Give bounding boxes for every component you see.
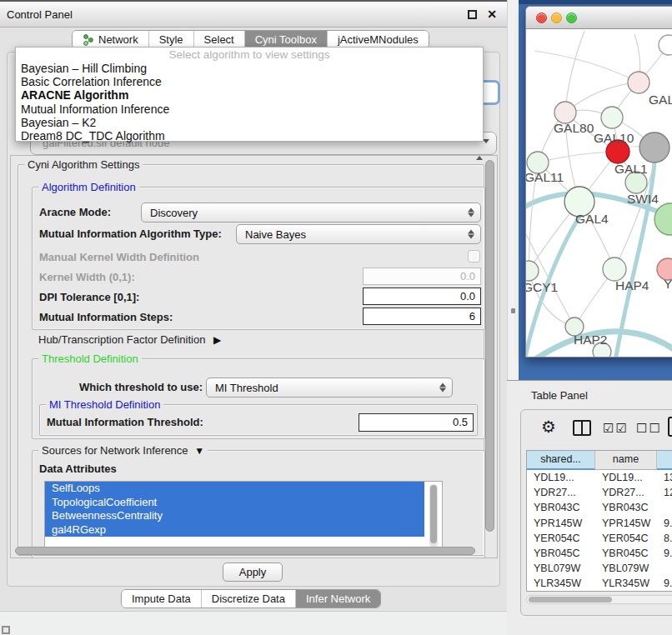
node-label: GAL11 xyxy=(526,170,564,184)
tab-impute-data[interactable]: Impute Data xyxy=(122,590,202,608)
algorithm-option[interactable]: Bayesian – K2 xyxy=(16,116,483,129)
table-row[interactable]: YDL19...YDL19...13 xyxy=(527,470,672,485)
which-threshold-value: MI Threshold xyxy=(215,382,278,394)
table-hscroll-thumb[interactable] xyxy=(529,597,612,602)
node-label: GAL4 xyxy=(575,212,609,226)
node-gal10[interactable] xyxy=(601,107,623,128)
mi-threshold-field[interactable]: 0.5 xyxy=(359,413,474,432)
node-attribute-table: shared...name YDL19...YDL19...13YDR27...… xyxy=(526,450,672,592)
zoom-traffic-light-icon[interactable] xyxy=(566,12,577,23)
network-edge[interactable] xyxy=(534,51,639,82)
close-icon[interactable]: ✕ xyxy=(487,8,497,21)
table-panel-section: Table Panel ⚙ ☑☑ ☐☐ shared...name YDL19.… xyxy=(507,380,672,635)
tab-select[interactable]: Select xyxy=(194,31,245,48)
aracne-mode-combobox[interactable]: Discovery xyxy=(141,202,481,222)
splitpane-divider[interactable] xyxy=(507,0,519,380)
table-row[interactable]: YPR145WYPR145W9. xyxy=(527,516,672,531)
table-settings-gear-icon[interactable]: ⚙ xyxy=(541,417,556,437)
node-gray[interactable] xyxy=(639,132,669,162)
table-cell: YLR345W xyxy=(527,576,595,591)
network-edge[interactable] xyxy=(565,82,639,112)
algorithm-option[interactable]: Dream8 DC_TDC Algorithm xyxy=(16,129,483,142)
node-green-right[interactable] xyxy=(654,203,672,235)
table-cell: YBL079W xyxy=(595,561,657,576)
node-gal7[interactable] xyxy=(628,72,649,93)
mi-type-value: Naive Bayes xyxy=(245,228,306,241)
settings-scrollpane: Cyni Algorithm Settings Algorithm Defini… xyxy=(10,155,498,558)
manual-kernel-checkbox[interactable] xyxy=(468,250,480,262)
hub-definition-expander[interactable]: Hub/Transcription Factor Definition ▶ xyxy=(38,333,221,346)
window-grip-icon[interactable] xyxy=(2,626,10,634)
node-gcy1[interactable] xyxy=(526,261,539,281)
mi-threshold-title: MI Threshold Definition xyxy=(46,398,163,411)
column-split-icon[interactable] xyxy=(573,420,591,436)
dpi-tolerance-field[interactable]: 0.0 xyxy=(363,288,481,305)
mi-type-combobox[interactable]: Naive Bayes xyxy=(236,224,481,244)
network-window-titlebar[interactable] xyxy=(526,7,672,29)
list-scrollbar-thumb[interactable] xyxy=(430,485,437,543)
node-hap4[interactable] xyxy=(603,258,626,281)
minimize-traffic-light-icon[interactable] xyxy=(551,12,562,23)
table-column-header[interactable] xyxy=(657,451,672,470)
network-window[interactable]: GAL7GAL80GAL10GAL1GAL11SWI4GAL4GCY1HAP4Y… xyxy=(525,6,672,358)
tab-jactivemnodules-label: jActiveMNodules xyxy=(338,33,419,46)
tab-jactivemnodules[interactable]: jActiveMNodules xyxy=(328,31,429,48)
data-attributes-list[interactable]: SelfLoopsTopologicalCoefficientBetweenne… xyxy=(44,481,443,551)
table-rows: YDL19...YDL19...13YDR27...YDR27...12YBR0… xyxy=(527,470,672,592)
tab-discretize-data[interactable]: Discretize Data xyxy=(202,590,296,608)
attribute-list-item[interactable]: gal4RGexp xyxy=(45,523,424,538)
close-traffic-light-icon[interactable] xyxy=(536,12,547,23)
node-partial-top[interactable] xyxy=(659,35,672,55)
cyni-algorithm-settings-title: Cyni Algorithm Settings xyxy=(24,158,143,171)
attribute-list-item[interactable]: TopologicalCoefficient xyxy=(45,496,424,510)
table-row[interactable]: YER054CYER054C8. xyxy=(527,531,672,546)
mi-steps-label: Mutual Information Steps: xyxy=(39,311,173,323)
apply-button[interactable]: Apply xyxy=(223,562,283,582)
divider-grip-icon xyxy=(511,308,515,313)
tab-select-label: Select xyxy=(204,33,234,46)
kernel-width-field[interactable]: 0.0 xyxy=(363,268,481,285)
deselect-all-columns-icon[interactable]: ☐☐ xyxy=(636,421,662,436)
algorithm-option[interactable]: Basic Correlation Inference xyxy=(16,75,483,88)
network-graph-canvas[interactable]: GAL7GAL80GAL10GAL1GAL11SWI4GAL4GCY1HAP4Y… xyxy=(526,29,672,358)
attribute-list-item[interactable]: BetweennessCentrality xyxy=(45,509,424,523)
tab-style[interactable]: Style xyxy=(149,31,194,48)
table-cell: YBR045C xyxy=(595,546,657,561)
float-window-icon[interactable] xyxy=(468,10,477,19)
tab-impute-data-label: Impute Data xyxy=(132,592,191,605)
mi-steps-field[interactable]: 6 xyxy=(363,308,481,325)
sources-title-label: Sources for Network Inference xyxy=(42,444,188,457)
attribute-list-item[interactable]: SelfLoops xyxy=(45,482,424,496)
algorithm-option-selected[interactable]: ARACNE Algorithm xyxy=(16,88,483,102)
tab-network[interactable]: Network xyxy=(73,31,149,48)
tab-style-label: Style xyxy=(159,33,183,46)
table-row[interactable]: YBL079WYBL079W xyxy=(527,561,672,576)
sources-title[interactable]: Sources for Network Inference ▼ xyxy=(38,444,208,457)
which-threshold-combobox[interactable]: MI Threshold xyxy=(206,378,453,398)
settings-horizontal-scrollbar[interactable] xyxy=(13,546,485,556)
table-column-header[interactable]: shared... xyxy=(527,451,595,470)
cyni-algorithm-settings-group: Cyni Algorithm Settings Algorithm Defini… xyxy=(18,164,484,556)
algorithm-option[interactable]: Mutual Information Inference xyxy=(16,102,483,116)
new-column-icon[interactable] xyxy=(668,417,672,437)
table-row[interactable]: YBR043CYBR043C xyxy=(527,500,672,515)
list-scrollbar[interactable] xyxy=(429,484,438,548)
tab-infer-network[interactable]: Infer Network xyxy=(296,590,380,608)
select-all-columns-icon[interactable]: ☑☑ xyxy=(603,421,629,436)
settings-hscroll-thumb[interactable] xyxy=(15,547,475,555)
table-row[interactable]: YDR27...YDR27...12 xyxy=(527,485,672,500)
table-row[interactable]: YBR045CYBR045C9. xyxy=(527,546,672,561)
hub-definition-label: Hub/Transcription Factor Definition xyxy=(38,333,205,346)
aracne-mode-value: Discovery xyxy=(150,207,198,219)
settings-vscroll-thumb[interactable] xyxy=(485,160,494,532)
table-column-header[interactable]: name xyxy=(595,451,657,470)
table-cell: YDR27... xyxy=(527,485,595,500)
settings-vertical-scrollbar[interactable] xyxy=(484,158,495,545)
algorithm-option[interactable]: Bayesian – Hill Climbing xyxy=(16,62,483,75)
tab-cyni-toolbox[interactable]: Cyni Toolbox xyxy=(245,31,328,48)
data-attributes-label: Data Attributes xyxy=(39,462,117,475)
table-row[interactable]: YLR345WYLR345W9. xyxy=(527,576,672,591)
network-edge[interactable] xyxy=(565,31,584,112)
table-row[interactable]: YIL052CYIL052C9. xyxy=(527,592,672,592)
table-horizontal-scrollbar[interactable] xyxy=(526,595,672,604)
